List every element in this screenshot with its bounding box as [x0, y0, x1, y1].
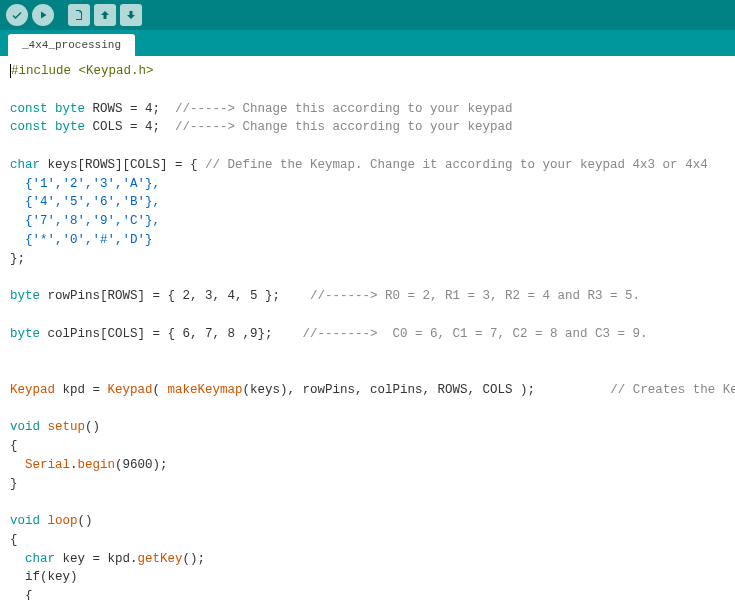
code-text: //-----> Chnage this according to your k…: [175, 102, 513, 116]
code-text: //------> R0 = 2, R1 = 3, R2 = 4 and R3 …: [310, 289, 640, 303]
tab-bar: _4x4_processing: [0, 30, 735, 56]
code-text: loop: [48, 514, 78, 528]
code-text: (: [153, 383, 168, 397]
code-text: [40, 420, 48, 434]
code-text: kpd =: [55, 383, 108, 397]
save-button[interactable]: [120, 4, 142, 26]
code-text: #include: [11, 64, 79, 78]
code-text: {'4','5','6','B'},: [10, 195, 160, 209]
code-text: const byte: [10, 120, 85, 134]
code-text: // Define the Keymap. Change it accordin…: [205, 158, 708, 172]
code-text: ROWS = 4;: [85, 102, 175, 116]
code-text: }: [10, 477, 18, 491]
code-text: key = kpd.: [55, 552, 138, 566]
code-text: //-------> C0 = 6, C1 = 7, C2 = 8 and C3…: [303, 327, 648, 341]
code-text: byte: [10, 327, 40, 341]
code-text: {'*','0','#','D'}: [10, 233, 153, 247]
code-text: setup: [48, 420, 86, 434]
code-text: {: [10, 589, 33, 600]
code-text: };: [10, 252, 25, 266]
code-text: rowPins[ROWS] = { 2, 3, 4, 5 };: [40, 289, 310, 303]
code-text: (9600);: [115, 458, 168, 472]
code-text: getKey: [138, 552, 183, 566]
code-text: begin: [78, 458, 116, 472]
code-text: Serial: [25, 458, 70, 472]
code-text: makeKeymap: [168, 383, 243, 397]
code-text: (keys), rowPins, colPins, ROWS, COLS );: [243, 383, 611, 397]
code-text: Keypad: [108, 383, 153, 397]
code-text: COLS = 4;: [85, 120, 175, 134]
code-text: void: [10, 514, 40, 528]
verify-button[interactable]: [6, 4, 28, 26]
code-text: //-----> Change this according to your k…: [175, 120, 513, 134]
new-button[interactable]: [68, 4, 90, 26]
code-text: ();: [183, 552, 206, 566]
code-text: [10, 552, 25, 566]
code-text: {'1','2','3','A'},: [10, 177, 160, 191]
code-text: {: [10, 439, 18, 453]
code-text: colPins[COLS] = { 6, 7, 8 ,9};: [40, 327, 303, 341]
code-text: <Keypad.h>: [79, 64, 154, 78]
code-text: {: [10, 533, 18, 547]
code-text: (): [85, 420, 100, 434]
code-editor[interactable]: #include <Keypad.h> const byte ROWS = 4;…: [0, 56, 735, 600]
code-text: const byte: [10, 102, 85, 116]
code-text: char: [10, 158, 40, 172]
toolbar: [0, 0, 735, 30]
code-text: // Creates the Keypad: [610, 383, 735, 397]
code-text: char: [25, 552, 55, 566]
upload-button[interactable]: [32, 4, 54, 26]
code-text: (): [78, 514, 93, 528]
code-text: [40, 514, 48, 528]
code-text: if(key): [10, 570, 78, 584]
code-text: void: [10, 420, 40, 434]
open-button[interactable]: [94, 4, 116, 26]
code-text: .: [70, 458, 78, 472]
code-text: [10, 458, 25, 472]
code-text: keys[ROWS][COLS] = {: [40, 158, 205, 172]
code-text: byte: [10, 289, 40, 303]
code-text: {'7','8','9','C'},: [10, 214, 160, 228]
code-text: Keypad: [10, 383, 55, 397]
tab-sketch[interactable]: _4x4_processing: [8, 34, 135, 56]
